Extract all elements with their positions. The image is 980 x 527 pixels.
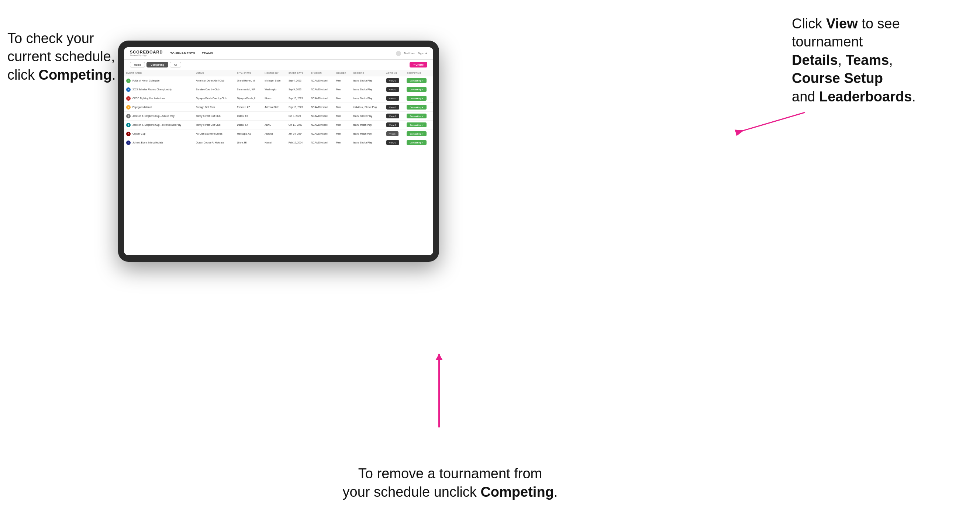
col-event-name: EVENT NAME xyxy=(124,70,194,76)
table-body: F Folds of Honor Collegiate American Dun… xyxy=(124,76,433,147)
cell-venue: Sahalee Country Club xyxy=(194,85,235,94)
team-logo: H xyxy=(126,141,130,145)
cell-actions: ✏ Edit xyxy=(384,129,405,138)
edit-button[interactable]: ✏ Edit xyxy=(386,131,398,136)
cell-start-date: Sep 4, 2023 xyxy=(286,76,309,85)
col-actions: ACTIONS xyxy=(384,70,405,76)
cell-city-state: Sammamish, WA xyxy=(235,85,262,94)
nav-links: TOURNAMENTS TEAMS xyxy=(170,52,388,55)
view-button[interactable]: View ⊙ xyxy=(386,122,399,127)
competing-button[interactable]: Competing ✓ xyxy=(407,140,426,145)
cell-city-state: Olympia Fields, IL xyxy=(235,94,262,103)
cell-start-date: Jan 14, 2024 xyxy=(286,129,309,138)
view-button[interactable]: View ⊙ xyxy=(386,114,399,118)
cell-city-state: Grand Haven, MI xyxy=(235,76,262,85)
cell-city-state: Dallas, TX xyxy=(235,121,262,129)
cell-hosted-by: Hawaii xyxy=(262,138,286,147)
cell-actions: View ⊙ xyxy=(384,85,405,94)
toolbar: Home Competing All + Create xyxy=(124,60,433,70)
cell-actions: View ⊙ xyxy=(384,103,405,112)
app-header: SCOREBOARD Powered by clippi TOURNAMENTS… xyxy=(124,47,433,60)
cell-gender: Men xyxy=(334,94,351,103)
cell-competing: Competing ✓ xyxy=(404,85,433,94)
sign-out-link[interactable]: Sign out xyxy=(418,52,427,55)
view-button[interactable]: View ⊙ xyxy=(386,140,399,145)
table-row: H John A. Burns Intercollegiate Ocean Co… xyxy=(124,138,433,147)
cell-gender: Men xyxy=(334,85,351,94)
team-logo: J xyxy=(126,123,130,127)
cell-gender: Men xyxy=(334,121,351,129)
competing-button[interactable]: Competing ✓ xyxy=(407,96,426,101)
device-screen: SCOREBOARD Powered by clippi TOURNAMENTS… xyxy=(124,47,433,255)
competing-button[interactable]: Competing ✓ xyxy=(407,122,426,127)
cell-event-name: J Jackson T. Stephens Cup – Stroke Play xyxy=(124,112,194,121)
table-row: J Jackson T. Stephens Cup – Stroke Play … xyxy=(124,112,433,121)
cell-city-state: Dallas, TX xyxy=(235,112,262,121)
tournaments-table-container: EVENT NAME VENUE CITY, STATE HOSTED BY S… xyxy=(124,70,433,255)
competing-button[interactable]: Competing ✓ xyxy=(407,105,426,110)
cell-hosted-by: Michigan State xyxy=(262,76,286,85)
competing-label-left: Competing xyxy=(38,67,111,83)
col-city-state: CITY, STATE xyxy=(235,70,262,76)
cell-scoring: individual, Stroke Play xyxy=(351,103,384,112)
cell-hosted-by: Washington xyxy=(262,85,286,94)
cell-scoring: team, Stroke Play xyxy=(351,76,384,85)
team-logo: J xyxy=(126,114,130,118)
cell-gender: Men xyxy=(334,112,351,121)
team-logo: I xyxy=(126,96,130,101)
cell-venue: Trinity Forest Golf Club xyxy=(194,112,235,121)
filter-all[interactable]: All xyxy=(170,62,181,67)
team-logo: W xyxy=(126,87,130,92)
view-button[interactable]: View ⊙ xyxy=(386,105,399,110)
cell-competing: Competing ✓ xyxy=(404,129,433,138)
tablet-device: SCOREBOARD Powered by clippi TOURNAMENTS… xyxy=(118,41,439,262)
create-button[interactable]: + Create xyxy=(410,62,427,67)
col-gender: GENDER xyxy=(334,70,351,76)
cell-event-name: F Folds of Honor Collegiate xyxy=(124,76,194,85)
cell-start-date: Feb 15, 2024 xyxy=(286,138,309,147)
col-competing: COMPETING xyxy=(404,70,433,76)
cell-hosted-by xyxy=(262,112,286,121)
cell-actions: View ⊙ xyxy=(384,76,405,85)
filter-competing[interactable]: Competing xyxy=(146,62,168,67)
col-scoring: SCORING xyxy=(351,70,384,76)
cell-venue: American Dunes Golf Club xyxy=(194,76,235,85)
nav-teams[interactable]: TEAMS xyxy=(202,52,213,55)
cell-actions: View ⊙ xyxy=(384,121,405,129)
cell-start-date: Oct 9, 2023 xyxy=(286,112,309,121)
filter-home[interactable]: Home xyxy=(130,62,145,67)
cell-competing: Competing ✓ xyxy=(404,121,433,129)
nav-tournaments[interactable]: TOURNAMENTS xyxy=(170,52,195,55)
cell-city-state: Maricopa, AZ xyxy=(235,129,262,138)
cell-event-name: H John A. Burns Intercollegiate xyxy=(124,138,194,147)
cell-start-date: Sep 15, 2023 xyxy=(286,94,309,103)
cell-division: NCAA Division I xyxy=(309,85,334,94)
cell-competing: Competing ✓ xyxy=(404,112,433,121)
team-logo: A xyxy=(126,132,130,136)
competing-button[interactable]: Competing ✓ xyxy=(407,87,426,92)
col-venue: VENUE xyxy=(194,70,235,76)
table-row: W 2023 Sahalee Players Championship Saha… xyxy=(124,85,433,94)
cell-scoring: team, Stroke Play xyxy=(351,138,384,147)
competing-button[interactable]: Competing ✓ xyxy=(407,114,426,118)
competing-button[interactable]: Competing ✓ xyxy=(407,131,426,136)
cell-hosted-by: Illinois xyxy=(262,94,286,103)
cell-scoring: team, Stroke Play xyxy=(351,94,384,103)
view-button[interactable]: View ⊙ xyxy=(386,78,399,83)
cell-hosted-by: Arizona xyxy=(262,129,286,138)
cell-start-date: Oct 11, 2023 xyxy=(286,121,309,129)
cell-event-name: W 2023 Sahalee Players Championship xyxy=(124,85,194,94)
cell-division: NCAA Division I xyxy=(309,112,334,121)
cell-start-date: Sep 18, 2023 xyxy=(286,103,309,112)
cell-event-name: A Copper Cup xyxy=(124,129,194,138)
cell-gender: Men xyxy=(334,129,351,138)
view-button[interactable]: View ⊙ xyxy=(386,87,399,92)
table-row: F Folds of Honor Collegiate American Dun… xyxy=(124,76,433,85)
competing-button[interactable]: Competing ✓ xyxy=(407,78,426,83)
cell-venue: Ak-Chin Southern Dunes xyxy=(194,129,235,138)
view-button[interactable]: View ⊙ xyxy=(386,96,399,101)
filter-tabs: Home Competing All xyxy=(130,62,181,67)
team-logo: F xyxy=(126,79,130,83)
cell-event-name: J Jackson T. Stephens Cup – Men's Match … xyxy=(124,121,194,129)
cell-event-name: I OFCC Fighting Illini Invitational xyxy=(124,94,194,103)
